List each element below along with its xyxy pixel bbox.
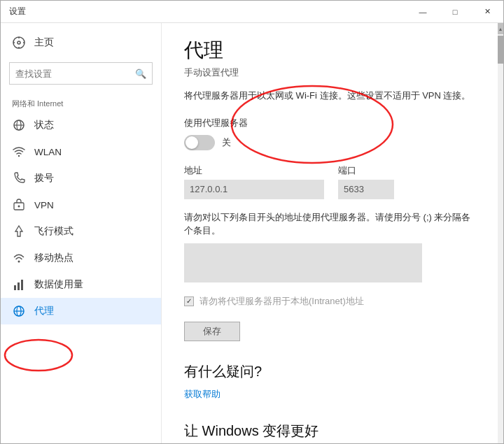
use-proxy-label: 使用代理服务器 <box>184 117 475 129</box>
hotspot-icon <box>12 251 26 265</box>
proxy-toggle[interactable] <box>184 135 215 150</box>
vpn-icon <box>12 198 26 212</box>
toggle-state-label: 关 <box>222 136 231 149</box>
subtitle: 手动设置代理 <box>184 66 475 79</box>
svg-rect-13 <box>14 285 16 290</box>
title-bar: 设置 — □ ✕ <box>1 1 503 23</box>
sidebar-section-label: 网络和 Internet <box>1 90 161 112</box>
minimize-button[interactable]: — <box>407 1 439 23</box>
local-checkbox[interactable]: ✓ <box>184 296 194 306</box>
faq-title: 有什么疑问? <box>184 362 475 381</box>
hotspot-label: 移动热点 <box>34 252 74 264</box>
description: 将代理服务器用于以太网或 Wi-Fi 连接。这些设置不适用于 VPN 连接。 <box>184 89 475 103</box>
sidebar: 主页 🔍 网络和 Internet 状态 <box>1 23 162 443</box>
exceptions-input[interactable] <box>184 243 422 282</box>
search-icon: 🔍 <box>135 69 146 79</box>
data-usage-label: 数据使用量 <box>34 278 83 291</box>
svg-point-9 <box>18 155 20 157</box>
port-label: 端口 <box>338 164 394 177</box>
toggle-knob <box>186 136 198 149</box>
checkbox-check-icon: ✓ <box>186 297 192 305</box>
exceptions-label: 请勿对以下列条目开头的地址使用代理服务器。请使用分号 (;) 来分隔各个条目。 <box>184 210 475 238</box>
dialup-label: 拨号 <box>34 172 54 185</box>
maximize-button[interactable]: □ <box>439 1 471 23</box>
search-box: 🔍 <box>9 62 153 85</box>
close-button[interactable]: ✕ <box>471 1 503 23</box>
sidebar-item-airplane[interactable]: 飞行模式 <box>1 218 161 245</box>
svg-point-0 <box>13 37 24 48</box>
svg-point-11 <box>18 206 20 208</box>
search-input[interactable] <box>15 69 135 79</box>
sidebar-item-proxy[interactable]: 代理 <box>1 298 161 324</box>
vpn-label: VPN <box>34 200 54 210</box>
svg-point-12 <box>18 261 20 263</box>
sidebar-item-home[interactable]: 主页 <box>1 29 161 57</box>
sidebar-item-data-usage[interactable]: 数据使用量 <box>1 271 161 298</box>
toggle-row: 关 <box>184 135 475 150</box>
address-label: 地址 <box>184 164 324 177</box>
sidebar-item-status[interactable]: 状态 <box>1 112 161 138</box>
svg-rect-15 <box>21 280 23 290</box>
scroll-up-arrow[interactable]: ▲ <box>498 23 503 34</box>
window-title: 设置 <box>9 6 26 17</box>
windows-better-title: 让 Windows 变得更好 <box>184 422 475 441</box>
wifi-icon <box>12 145 26 159</box>
airplane-icon <box>12 224 26 238</box>
local-checkbox-row: ✓ 请勿将代理服务器用于本地(Intranet)地址 <box>184 295 475 308</box>
proxy-icon <box>12 304 26 318</box>
home-label: 主页 <box>34 36 54 49</box>
main-content: 代理 手动设置代理 将代理服务器用于以太网或 Wi-Fi 连接。这些设置不适用于… <box>162 23 498 443</box>
scrollbar: ▲ <box>498 23 503 443</box>
data-usage-icon <box>12 278 26 292</box>
status-icon <box>12 118 26 132</box>
sidebar-item-hotspot[interactable]: 移动热点 <box>1 245 161 271</box>
content-area: 主页 🔍 网络和 Internet 状态 <box>1 23 503 443</box>
port-field-group: 端口 <box>338 164 394 199</box>
address-input[interactable] <box>184 180 324 199</box>
window-controls: — □ ✕ <box>407 1 503 23</box>
faq-link[interactable]: 获取帮助 <box>184 388 475 401</box>
port-input[interactable] <box>338 180 394 199</box>
home-icon <box>12 36 26 50</box>
sidebar-item-dialup[interactable]: 拨号 <box>1 165 161 192</box>
page-title: 代理 <box>184 37 475 64</box>
svg-point-1 <box>18 41 20 44</box>
proxy-label: 代理 <box>34 305 54 317</box>
airplane-label: 飞行模式 <box>34 225 74 238</box>
save-button[interactable]: 保存 <box>184 322 240 341</box>
svg-rect-14 <box>18 282 20 290</box>
dialup-icon <box>12 171 26 185</box>
scroll-thumb[interactable] <box>498 36 503 64</box>
status-label: 状态 <box>34 119 54 131</box>
address-field-group: 地址 <box>184 164 324 199</box>
local-checkbox-label: 请勿将代理服务器用于本地(Intranet)地址 <box>200 295 364 308</box>
settings-window: 设置 — □ ✕ 主页 <box>0 0 504 444</box>
sidebar-item-vpn[interactable]: VPN <box>1 192 161 218</box>
address-port-row: 地址 端口 <box>184 164 475 199</box>
wlan-label: WLAN <box>34 147 62 157</box>
sidebar-item-wlan[interactable]: WLAN <box>1 138 161 165</box>
